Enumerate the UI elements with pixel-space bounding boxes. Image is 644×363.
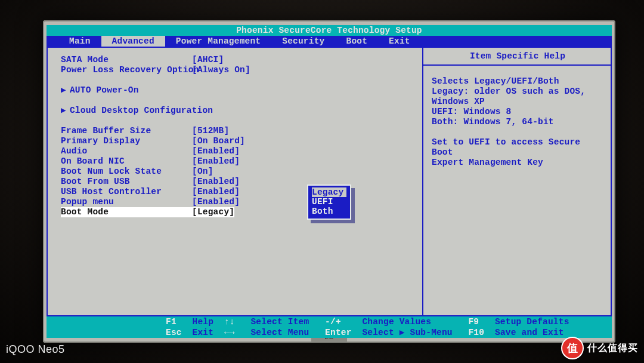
setting-label: AUTO Power-On (70, 85, 201, 96)
bios-title-bar: Phoenix SecureCore Technology Setup (47, 25, 612, 36)
site-watermark-text: 什么值得买 (587, 342, 638, 355)
setting-value: [On] (192, 167, 213, 177)
setting-boot-from-usb[interactable]: Boot From USB[Enabled] (61, 177, 417, 187)
menu-tab-boot[interactable]: Boot (335, 36, 378, 47)
setting-power-loss-recovery-option[interactable]: Power Loss Recovery Option[Always On] (61, 65, 417, 75)
setting-label: Boot From USB (61, 177, 192, 187)
setting-frame-buffer-size[interactable]: Frame Buffer Size[512MB] (61, 126, 417, 136)
setting-label: Frame Buffer Size (61, 126, 192, 136)
setting-label: USB Host Controller (61, 187, 192, 197)
bios-footer: F1 Help ↑↓ Select Item -/+ Change Values… (47, 316, 612, 338)
setting-boot-mode[interactable]: Boot Mode[Legacy] (61, 207, 417, 217)
setting-value: [Enabled] (192, 156, 240, 167)
setting-value: [512MB] (192, 126, 229, 136)
setting-label: Power Loss Recovery Option (61, 65, 192, 75)
settings-panel[interactable]: SATA Mode[AHCI]Power Loss Recovery Optio… (47, 47, 423, 316)
bios-menu-bar[interactable]: MainAdvancedPower ManagementSecurityBoot… (47, 36, 612, 47)
setting-value: [Always On] (192, 65, 250, 75)
menu-tab-exit[interactable]: Exit (378, 36, 421, 47)
setting-usb-host-controller[interactable]: USB Host Controller[Enabled] (61, 187, 417, 197)
help-panel-title: Item Specific Help (423, 47, 612, 66)
site-badge-icon: 值 (561, 337, 584, 359)
setting-label: Popup menu (61, 197, 192, 207)
setting-on-board-nic[interactable]: On Board NIC[Enabled] (61, 156, 417, 167)
setting-audio[interactable]: Audio[Enabled] (61, 146, 417, 156)
popup-option-uefi[interactable]: UEFI (312, 197, 346, 207)
setting-label: On Board NIC (61, 156, 192, 167)
submenu-auto-power-on[interactable]: ▶AUTO Power-On (61, 85, 417, 96)
site-watermark: 值 什么值得买 (561, 337, 638, 359)
setting-popup-menu[interactable]: Popup menu[Enabled] (61, 197, 417, 207)
help-panel: Item Specific Help Selects Legacy/UEFI/B… (423, 47, 612, 316)
submenu-cloud-desktop-configuration[interactable]: ▶Cloud Desktop Configuration (61, 106, 417, 116)
boot-mode-popup[interactable]: LegacyUEFIBoth (307, 184, 351, 220)
help-panel-body: Selects Legacy/UEFI/Both Legacy: older O… (423, 66, 612, 179)
setting-primary-display[interactable]: Primary Display[On Board] (61, 136, 417, 146)
setting-value: [On Board] (192, 136, 245, 146)
setting-value: [Enabled] (192, 187, 240, 197)
bios-body: SATA Mode[AHCI]Power Loss Recovery Optio… (47, 47, 612, 316)
setting-value: [Enabled] (192, 197, 240, 207)
menu-tab-security[interactable]: Security (271, 36, 335, 47)
menu-tab-advanced[interactable]: Advanced (101, 36, 165, 47)
phone-watermark: iQOO Neo5 (6, 343, 65, 356)
setting-value: [Enabled] (192, 146, 240, 156)
popup-option-both[interactable]: Both (312, 207, 346, 216)
setting-boot-num-lock-state[interactable]: Boot Num Lock State[On] (61, 167, 417, 177)
setting-label: Boot Mode (61, 207, 192, 217)
setting-value: [Enabled] (192, 177, 240, 187)
bios-screen: Phoenix SecureCore Technology Setup Main… (47, 25, 612, 338)
menu-tab-main[interactable]: Main (58, 36, 101, 47)
setting-sata-mode[interactable]: SATA Mode[AHCI] (61, 55, 417, 65)
setting-label: Audio (61, 146, 192, 156)
popup-option-legacy[interactable]: Legacy (312, 187, 346, 197)
triangle-right-icon: ▶ (61, 106, 66, 116)
menu-tab-power-management[interactable]: Power Management (165, 36, 271, 47)
setting-value: [AHCI] (192, 55, 224, 65)
setting-label: Cloud Desktop Configuration (70, 106, 201, 116)
triangle-right-icon: ▶ (61, 85, 66, 96)
setting-label: Primary Display (61, 136, 192, 146)
setting-label: Boot Num Lock State (61, 167, 192, 177)
setting-label: SATA Mode (61, 55, 192, 65)
setting-value: [Legacy] (192, 207, 234, 217)
